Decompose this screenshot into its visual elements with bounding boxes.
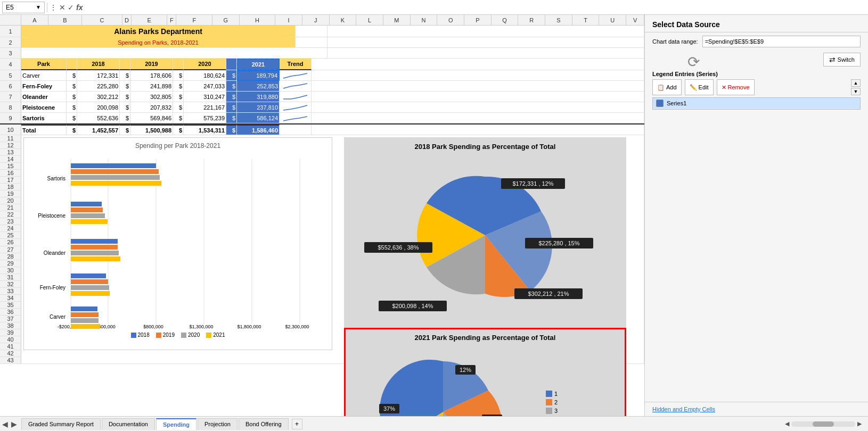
cell-carver-2019[interactable]: 178,606 bbox=[130, 70, 173, 81]
col-header-L[interactable]: K bbox=[330, 15, 357, 25]
tab-projection[interactable]: Projection bbox=[198, 418, 238, 430]
col-header-D-small[interactable]: D bbox=[122, 15, 132, 25]
cell-sa-2020[interactable]: 575,239 bbox=[184, 113, 226, 123]
row-header-36[interactable]: 36 bbox=[0, 309, 21, 316]
row-header-26[interactable]: 26 bbox=[0, 239, 21, 246]
col-header-H[interactable]: G bbox=[212, 15, 240, 25]
cell-subtitle[interactable]: Spending on Parks, 2018-2021 bbox=[21, 37, 296, 48]
scroll-left-icon[interactable]: ◀ bbox=[785, 420, 789, 427]
cell-ff-2021[interactable]: 252,853 bbox=[237, 81, 280, 92]
sds-edit-button[interactable]: ✏️ Edit bbox=[685, 79, 714, 95]
col-header-R[interactable]: Q bbox=[492, 15, 519, 25]
row-header-3[interactable]: 3 bbox=[0, 48, 21, 59]
cell-pleistocene[interactable]: Pleistocene bbox=[21, 102, 67, 113]
cell-2018-header[interactable]: 2018 bbox=[77, 59, 120, 70]
cell-sa-2018[interactable]: 552,636 bbox=[77, 113, 120, 123]
col-header-M[interactable]: L bbox=[356, 15, 383, 25]
col-header-A[interactable]: A bbox=[21, 15, 48, 25]
cell-total-2021[interactable]: 1,586,460 bbox=[237, 125, 280, 135]
row-header-28[interactable]: 28 bbox=[0, 253, 21, 260]
row-header-25[interactable]: 25 bbox=[0, 232, 21, 239]
cell-park-header[interactable]: Park bbox=[21, 59, 67, 70]
cell-reference-box[interactable]: E5 ▼ bbox=[2, 2, 45, 13]
row-header-17[interactable]: 17 bbox=[0, 177, 21, 184]
formula-confirm-icon[interactable]: ✓ bbox=[68, 3, 74, 12]
cell-trend-h1[interactable] bbox=[296, 26, 327, 37]
row-header-34[interactable]: 34 bbox=[0, 295, 21, 302]
row-header-15[interactable]: 15 bbox=[0, 163, 21, 170]
row-header-37[interactable]: 37 bbox=[0, 316, 21, 322]
row-header-4[interactable]: 4 bbox=[0, 59, 21, 70]
tab-documentation[interactable]: Documentation bbox=[102, 418, 155, 430]
row-header-24[interactable]: 24 bbox=[0, 225, 21, 232]
row-header-19[interactable]: 19 bbox=[0, 190, 21, 197]
col-header-K[interactable]: J bbox=[302, 15, 330, 25]
row-header-32[interactable]: 32 bbox=[0, 281, 21, 288]
cell-2019-header[interactable]: 2019 bbox=[130, 59, 173, 70]
cell-pl-2018[interactable]: 200,098 bbox=[77, 102, 120, 113]
sheets-nav-left[interactable]: ◀ bbox=[2, 420, 8, 428]
cell-ol-2020[interactable]: 310,247 bbox=[184, 92, 226, 102]
cell-total-2019[interactable]: 1,500,988 bbox=[130, 125, 173, 135]
row-header-29[interactable]: 29 bbox=[0, 260, 21, 267]
tab-spending[interactable]: Spending bbox=[156, 418, 196, 430]
row-header-10[interactable]: 10 bbox=[0, 125, 21, 135]
row-header-30[interactable]: 30 bbox=[0, 267, 21, 274]
cell-ol-2021[interactable]: 319,880 bbox=[237, 92, 280, 102]
cell-carver[interactable]: Carver bbox=[21, 70, 67, 81]
cell-pl-2020[interactable]: 221,167 bbox=[184, 102, 226, 113]
cell-2020-header[interactable]: 2020 bbox=[184, 59, 226, 70]
cell-oleander[interactable]: Oleander bbox=[21, 92, 67, 102]
cell-sa-2021[interactable]: 586,124 bbox=[237, 113, 280, 123]
row-header-7[interactable]: 7 bbox=[0, 92, 21, 102]
col-header-N[interactable]: M bbox=[383, 15, 411, 25]
row-header-35[interactable]: 35 bbox=[0, 302, 21, 309]
row-header-21[interactable]: 21 bbox=[0, 204, 21, 211]
row-header-1[interactable]: 1 bbox=[0, 26, 21, 37]
row-header-2[interactable]: 2 bbox=[0, 37, 21, 48]
cell-ff-2019[interactable]: 241,898 bbox=[130, 81, 173, 92]
move-up-button[interactable]: ▲ bbox=[851, 79, 861, 87]
row-header-22[interactable]: 22 bbox=[0, 211, 21, 218]
cell-fernfoley[interactable]: Fern-Foley bbox=[21, 81, 67, 92]
row-header-5[interactable]: 5 bbox=[0, 70, 21, 81]
col-header-S[interactable]: R bbox=[518, 15, 545, 25]
formula-bar-menu-icon[interactable]: ⋮ bbox=[50, 3, 57, 12]
sds-series-item[interactable]: Series1 bbox=[653, 98, 860, 109]
col-header-P[interactable]: O bbox=[437, 15, 464, 25]
cell-ol-2018[interactable]: 302,212 bbox=[77, 92, 120, 102]
cell-total-2020[interactable]: 1,534,311 bbox=[184, 125, 226, 135]
sds-add-button[interactable]: 📋 Add bbox=[652, 79, 682, 95]
cell-carver-2018[interactable]: 172,331 bbox=[77, 70, 120, 81]
col-header-T[interactable]: S bbox=[545, 15, 572, 25]
cell-ref-dropdown-icon[interactable]: ▼ bbox=[36, 4, 41, 10]
row-header-20[interactable]: 20 bbox=[0, 197, 21, 204]
row-header-42[interactable]: 42 bbox=[0, 350, 21, 357]
row-header-31[interactable]: 31 bbox=[0, 274, 21, 281]
formula-cancel-icon[interactable]: ✕ bbox=[59, 3, 65, 12]
cell-carver-2020[interactable]: 180,624 bbox=[184, 70, 226, 81]
col-header-F[interactable]: F bbox=[167, 15, 176, 25]
cell-sa-2019[interactable]: 569,846 bbox=[130, 113, 173, 123]
col-header-U[interactable]: T bbox=[572, 15, 600, 25]
col-header-E[interactable]: E bbox=[132, 15, 168, 25]
col-header-B[interactable]: B bbox=[48, 15, 82, 25]
tab-bond-offering[interactable]: Bond Offering bbox=[239, 418, 289, 430]
cell-title[interactable]: Alanis Parks Department bbox=[21, 26, 296, 37]
col-header-Q[interactable]: P bbox=[464, 15, 492, 25]
col-header-W[interactable]: V bbox=[626, 15, 644, 25]
hidden-empty-cells-button[interactable]: Hidden and Empty Cells bbox=[652, 405, 715, 413]
cell-trend-header[interactable]: Trend bbox=[280, 59, 312, 70]
cell-total[interactable]: Total bbox=[21, 125, 67, 135]
col-header-G[interactable]: F bbox=[176, 15, 212, 25]
h-scrollbar[interactable] bbox=[791, 421, 855, 427]
sds-range-input[interactable] bbox=[702, 36, 861, 47]
col-header-C[interactable]: C bbox=[82, 15, 122, 25]
row-header-39[interactable]: 39 bbox=[0, 329, 21, 336]
cell-ff-2020[interactable]: 247,033 bbox=[184, 81, 226, 92]
col-header-I[interactable]: H bbox=[240, 15, 276, 25]
row-header-8[interactable]: 8 bbox=[0, 102, 21, 113]
formula-input[interactable] bbox=[85, 2, 866, 13]
col-header-O[interactable]: N bbox=[411, 15, 438, 25]
col-header-V[interactable]: U bbox=[599, 15, 626, 25]
